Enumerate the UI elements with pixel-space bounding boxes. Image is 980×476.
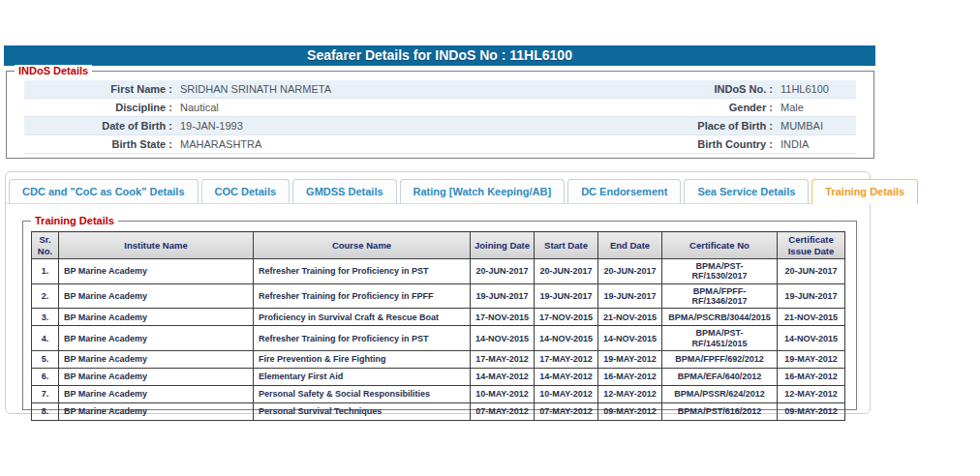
- table-cell: 17-NOV-2015: [471, 309, 535, 326]
- field-value: SRIDHAN SRINATH NARMETA: [177, 83, 584, 95]
- page-title: Seafarer Details for INDoS No : 11HL6100: [4, 45, 875, 66]
- table-cell: 19-MAY-2012: [778, 351, 845, 369]
- tab-cdc-coc-as-cook[interactable]: CDC and "CoC as Cook" Details: [9, 179, 199, 203]
- field-label: Gender: [584, 102, 778, 113]
- col-header-end-date: End Date: [598, 232, 662, 259]
- table-cell: Personal Safety & Social Responsibilitie…: [254, 386, 471, 403]
- table-cell: Proficiency in Survival Craft & Rescue B…: [254, 309, 471, 326]
- field-label: Birth Country: [584, 138, 778, 150]
- table-cell: 12-MAY-2012: [778, 386, 845, 403]
- table-cell: 09-MAY-2012: [778, 403, 845, 421]
- table-cell: 14-MAY-2012: [471, 369, 535, 386]
- table-row: 1.BP Marine AcademyRefresher Training fo…: [32, 259, 845, 284]
- table-cell: BPMA/PSCRB/3044/2015: [662, 309, 778, 326]
- table-cell: BPMA/FPFF- RF/1346/2017: [662, 283, 778, 309]
- info-row: Date of Birth19-JAN-1993Place of BirthMU…: [24, 117, 856, 135]
- training-table-body: 1.BP Marine AcademyRefresher Training fo…: [32, 259, 845, 421]
- col-header-sr-no: Sr. No.: [32, 232, 59, 259]
- col-header-course-name: Course Name: [254, 232, 471, 259]
- table-row: 4.BP Marine AcademyRefresher Training fo…: [32, 326, 845, 351]
- table-cell: 20-JUN-2017: [535, 259, 598, 284]
- col-header-start-date: Start Date: [535, 232, 598, 259]
- field-label: Birth State: [24, 138, 177, 150]
- table-cell: BPMA/PST- RF/1451/2015: [662, 326, 778, 351]
- field-label: Discipline: [24, 102, 177, 113]
- table-row: 3.BP Marine AcademyProficiency in Surviv…: [32, 309, 845, 326]
- table-cell: 19-MAY-2012: [598, 351, 662, 369]
- table-cell: 3.: [32, 309, 59, 326]
- table-cell: 19-JUN-2017: [471, 283, 535, 309]
- table-cell: 17-MAY-2012: [471, 351, 535, 369]
- table-cell: Refresher Training for Proficiency in PS…: [254, 259, 471, 284]
- table-cell: BP Marine Academy: [59, 369, 254, 386]
- table-cell: 20-JUN-2017: [471, 259, 535, 284]
- table-cell: 14-NOV-2015: [535, 326, 598, 351]
- tab-strip: CDC and "CoC as Cook" DetailsCOC Details…: [6, 172, 870, 204]
- table-cell: 14-NOV-2015: [778, 326, 845, 351]
- col-header-certificate-no: Certificate No: [662, 232, 778, 259]
- field-value: Male: [778, 102, 856, 113]
- field-label: INDoS No.: [584, 83, 778, 95]
- table-cell: Refresher Training for Proficiency in PS…: [254, 326, 471, 351]
- info-row: Birth StateMAHARASHTRABirth CountryINDIA: [24, 135, 856, 154]
- table-cell: 17-NOV-2015: [535, 309, 598, 326]
- table-cell: 21-NOV-2015: [778, 309, 845, 326]
- table-cell: 8.: [32, 403, 59, 421]
- table-header-row: Sr. No. Institute Name Course Name Joini…: [32, 232, 845, 259]
- tab-sea-service-details[interactable]: Sea Service Details: [684, 179, 809, 203]
- table-cell: 19-JUN-2017: [535, 283, 598, 309]
- table-cell: 4.: [32, 326, 59, 351]
- table-cell: 19-JUN-2017: [598, 283, 662, 309]
- table-cell: BPMA/FPFF/692/2012: [662, 351, 778, 369]
- table-cell: 19-JUN-2017: [778, 283, 845, 309]
- info-row: First NameSRIDHAN SRINATH NARMETAINDoS N…: [24, 80, 856, 99]
- table-cell: 07-MAY-2012: [471, 403, 535, 421]
- field-label: Date of Birth: [24, 120, 177, 132]
- table-cell: BP Marine Academy: [59, 309, 254, 326]
- table-cell: 7.: [32, 386, 59, 403]
- tab-training-details[interactable]: Training Details: [812, 179, 918, 204]
- tab-dc-endorsement[interactable]: DC Endorsement: [567, 179, 681, 203]
- table-row: 6.BP Marine AcademyElementary First Aid1…: [32, 369, 845, 386]
- table-cell: 10-MAY-2012: [535, 386, 598, 403]
- table-cell: BP Marine Academy: [59, 259, 254, 284]
- info-row: DisciplineNauticalGenderMale: [24, 99, 856, 117]
- tab-gmdss-details[interactable]: GMDSS Details: [292, 179, 396, 203]
- indos-details-legend: INDoS Details: [15, 65, 92, 77]
- col-header-certificate-issue-date: Certificate Issue Date: [778, 232, 845, 259]
- table-cell: 14-NOV-2015: [471, 326, 535, 351]
- table-cell: 17-MAY-2012: [535, 351, 598, 369]
- table-row: 2.BP Marine AcademyRefresher Training fo…: [32, 283, 845, 309]
- table-cell: 09-MAY-2012: [598, 403, 662, 421]
- table-cell: BPMA/EFA/640/2012: [662, 369, 778, 386]
- field-label: First Name: [24, 83, 177, 95]
- table-cell: 10-MAY-2012: [471, 386, 535, 403]
- tab-coc-details[interactable]: COC Details: [201, 179, 291, 203]
- table-cell: 21-NOV-2015: [598, 309, 662, 326]
- field-value: 19-JAN-1993: [177, 120, 584, 132]
- indos-details-fieldset: INDoS Details First NameSRIDHAN SRINATH …: [6, 71, 874, 159]
- table-cell: Personal Survival Techniques: [254, 403, 471, 421]
- table-cell: 16-MAY-2012: [598, 369, 662, 386]
- tab-rating-watch-keeping-ab[interactable]: Rating [Watch Keeping/AB]: [400, 179, 566, 203]
- table-cell: BPMA/PSSR/624/2012: [662, 386, 778, 403]
- table-cell: Refresher Training for Proficiency in FP…: [254, 283, 471, 309]
- table-cell: 14-NOV-2015: [598, 326, 662, 351]
- training-details-fieldset: Training Details Sr. No. Institute Name …: [22, 221, 857, 410]
- col-header-joining-date: Joining Date: [471, 232, 535, 259]
- table-cell: 12-MAY-2012: [598, 386, 662, 403]
- field-value: Nautical: [177, 102, 584, 113]
- indos-rows: First NameSRIDHAN SRINATH NARMETAINDoS N…: [24, 80, 856, 154]
- table-cell: 14-MAY-2012: [535, 369, 598, 386]
- table-cell: 5.: [32, 351, 59, 369]
- table-cell: Elementary First Aid: [254, 369, 471, 386]
- table-cell: 6.: [32, 369, 59, 386]
- training-table: Sr. No. Institute Name Course Name Joini…: [31, 231, 845, 421]
- table-row: 8.BP Marine AcademyPersonal Survival Tec…: [32, 403, 845, 421]
- table-cell: 2.: [32, 283, 59, 309]
- table-cell: BP Marine Academy: [59, 403, 254, 421]
- field-value: MAHARASHTRA: [177, 138, 584, 150]
- col-header-institute-name: Institute Name: [59, 232, 254, 259]
- table-cell: BP Marine Academy: [59, 386, 254, 403]
- table-cell: 20-JUN-2017: [598, 259, 662, 284]
